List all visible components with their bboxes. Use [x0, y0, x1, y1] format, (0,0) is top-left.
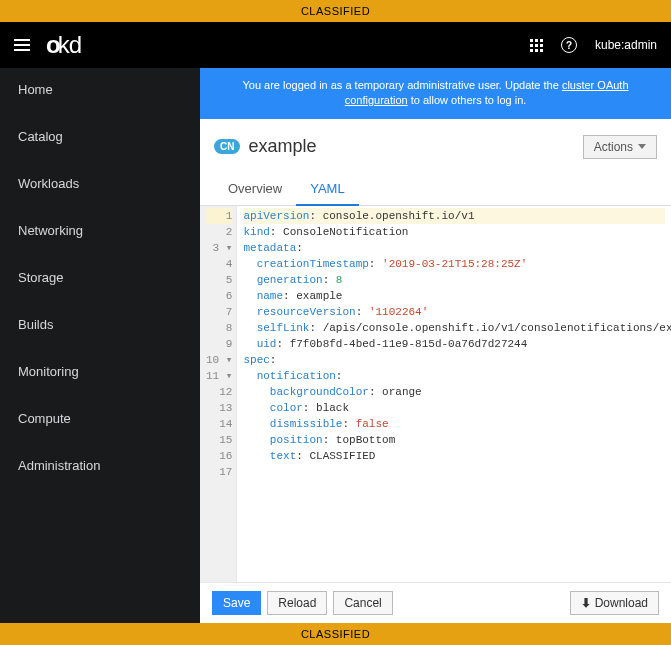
sidebar-item-networking[interactable]: Networking — [0, 209, 200, 252]
sidebar-item-catalog[interactable]: Catalog — [0, 115, 200, 158]
sidebar-item-workloads[interactable]: Workloads — [0, 162, 200, 205]
editor-gutter: 123 ▾45678910 ▾11 ▾121314151617 — [200, 206, 237, 582]
chevron-down-icon — [638, 144, 646, 149]
notice-suffix: to allow others to log in. — [408, 94, 527, 106]
resource-header: CN example Actions — [200, 119, 671, 167]
main-content: You are logged in as a temporary adminis… — [200, 68, 671, 623]
sidebar: Home Catalog Workloads Networking Storag… — [0, 68, 200, 623]
logo[interactable]: okd — [46, 31, 81, 59]
sidebar-item-compute[interactable]: Compute — [0, 397, 200, 440]
sidebar-item-monitoring[interactable]: Monitoring — [0, 350, 200, 393]
user-menu[interactable]: kube:admin — [595, 38, 657, 52]
editor-footer: Save Reload Cancel ⬇Download — [200, 582, 671, 623]
editor-code[interactable]: apiVersion: console.openshift.io/v1kind:… — [237, 206, 671, 582]
notification-banner-top: CLASSIFIED — [0, 0, 671, 22]
sidebar-item-builds[interactable]: Builds — [0, 303, 200, 346]
help-icon[interactable]: ? — [561, 37, 577, 53]
download-label: Download — [595, 596, 648, 610]
tab-yaml[interactable]: YAML — [296, 173, 358, 206]
sidebar-item-storage[interactable]: Storage — [0, 256, 200, 299]
topbar: okd ? kube:admin — [0, 22, 671, 68]
yaml-editor[interactable]: 123 ▾45678910 ▾11 ▾121314151617 apiVersi… — [200, 206, 671, 582]
actions-dropdown[interactable]: Actions — [583, 135, 657, 159]
sidebar-item-administration[interactable]: Administration — [0, 444, 200, 487]
cancel-button[interactable]: Cancel — [333, 591, 392, 615]
notification-banner-bottom: CLASSIFIED — [0, 623, 671, 645]
resource-title: example — [248, 136, 316, 157]
tab-overview[interactable]: Overview — [214, 173, 296, 205]
download-button[interactable]: ⬇Download — [570, 591, 659, 615]
menu-toggle-button[interactable] — [14, 39, 30, 51]
reload-button[interactable]: Reload — [267, 591, 327, 615]
notice-prefix: You are logged in as a temporary adminis… — [242, 79, 561, 91]
actions-label: Actions — [594, 140, 633, 154]
login-notice: You are logged in as a temporary adminis… — [200, 68, 671, 119]
app-launcher-icon[interactable] — [530, 39, 543, 52]
resource-kind-badge: CN — [214, 139, 240, 154]
tab-bar: Overview YAML — [200, 173, 671, 206]
download-icon: ⬇ — [581, 596, 591, 610]
save-button[interactable]: Save — [212, 591, 261, 615]
logo-text-kd: kd — [58, 31, 81, 59]
sidebar-item-home[interactable]: Home — [0, 68, 200, 111]
